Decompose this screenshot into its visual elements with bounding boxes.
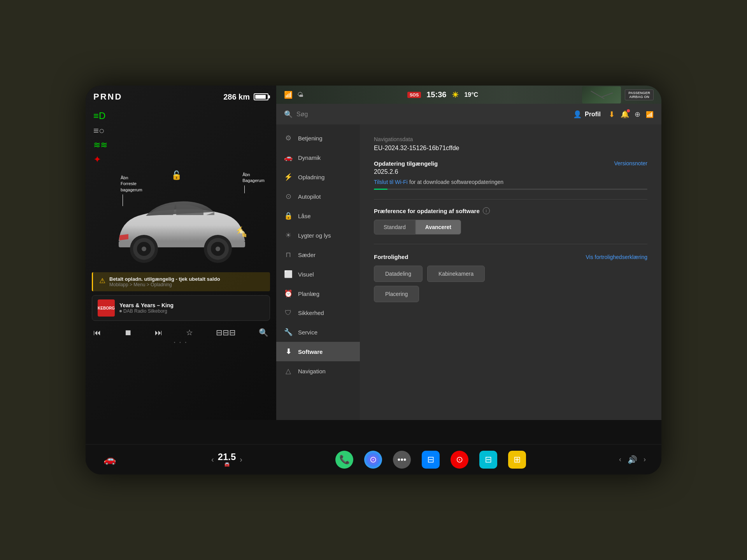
autopilot-label: Autopilot [298,193,321,200]
profile-area: 👤 Profil ⬇ 🔔 ⊕ 📶 [573,110,654,119]
nav-lygter[interactable]: ☀ Lygter og lys [276,226,360,245]
service-label: Service [298,329,317,336]
headlight-icon: ≡D [93,111,268,121]
volume-prev-button[interactable]: ‹ [619,455,621,464]
prnd-display: PRND [93,92,122,102]
nav-data-label: Navigationsdata [374,136,647,142]
left-top-bar: PRND 286 km [86,86,276,108]
opladning-icon: ⚡ [284,173,293,181]
update-header: Opdatering tilgængelig Versionsnoter [374,160,647,167]
planlaeg-label: Planlæg [298,290,319,297]
nav-visuel[interactable]: ⬜ Visuel [276,264,360,284]
wifi-suffix-text: for at downloade softwareopdateringen [409,179,503,185]
dots-app-button[interactable]: ••• [393,451,411,469]
map-bar: 📶 🌤 SOS 15:36 ☀ 19°C [276,86,661,104]
map-overlay: 📶 🌤 SOS 15:36 ☀ 19°C [284,86,654,103]
wifi-message: Tilslut til Wi-Fi for at downloade softw… [374,178,647,186]
wifi-link[interactable]: Tilslut til Wi-Fi [374,179,408,185]
car-svg: ⚡ [107,191,255,268]
map-thumbnail [582,86,621,103]
car-diagram: Åbn Forreste bagagerum 🔓 Åbn Bagagerum [86,167,276,268]
left-panel: PRND 286 km ≡D ≡○ ≋≋ ✦ Åbn Forreste baga… [86,86,276,420]
saeder-label: Sæder [298,252,316,258]
map-left-icons: 📶 🌤 [284,91,303,99]
nav-sikkerhed[interactable]: 🛡 Sikkerhed [276,303,360,322]
main-content: ⚙ Betjening 🚗 Dynamik ⚡ Opladning ⊙ Auto… [276,124,661,420]
navigation-icon: △ [284,367,293,375]
multicolor-app-button[interactable]: ⊙ [364,451,382,469]
teal-app-button[interactable]: ⊟ [479,451,497,469]
kabinekamera-button[interactable]: Kabinekamera [427,266,485,282]
nav-software[interactable]: ⬇ Software [276,342,360,361]
placering-button[interactable]: Placering [374,286,419,302]
temp-decrease-button[interactable]: ‹ [211,455,214,464]
temp-increase-button[interactable]: › [240,455,242,464]
status-icons: ≡D ≡○ ≋≋ ✦ [86,108,276,167]
sikkerhed-label: Sikkerhed [298,310,324,316]
nav-betjening[interactable]: ⚙ Betjening [276,128,360,148]
bluetooth-icon[interactable]: ⊕ [635,110,640,119]
versions-link[interactable]: Versionsnoter [614,160,647,166]
privacy-link[interactable]: Vis fortrolighedserklæring [586,254,647,260]
profile-icon: 👤 [573,110,582,119]
nav-planlaeg[interactable]: ⏰ Planlæg [276,284,360,303]
lygter-label: Lygter og lys [298,232,331,239]
favorite-button[interactable]: ☆ [186,328,193,337]
planlaeg-icon: ⏰ [284,289,293,298]
map-center-info: SOS 15:36 ☀ 19°C [407,90,478,100]
airbag-indicator: PASSENGER AIRBAG ON [625,89,654,100]
phone-button[interactable]: 📞 [335,451,353,469]
nav-dynamik[interactable]: 🚗 Dynamik [276,148,360,167]
stop-button[interactable]: ⏹ [124,328,132,337]
nav-navigation[interactable]: △ Navigation [276,361,360,381]
placering-row: Placering [374,282,647,302]
square-app-button[interactable]: ⊟ [422,451,440,469]
nav-autopilot[interactable]: ⊙ Autopilot [276,187,360,206]
volume-next-button[interactable]: › [644,455,646,464]
notification-icon[interactable]: 🔔 [621,110,629,119]
yellow-app-button[interactable]: ⊞ [508,451,526,469]
download-icon[interactable]: ⬇ [608,110,615,119]
update-section: Opdatering tilgængelig Versionsnoter 202… [374,160,647,190]
map-weather-icon: 🌤 [297,91,303,98]
standard-button[interactable]: Standard [374,220,416,234]
software-icon: ⬇ [284,347,293,356]
nav-service[interactable]: 🔧 Service [276,322,360,342]
bottom-bar: 🚗 ‹ 21.5 🚘 › 📞 ⊙ ••• ⊟ ⊙ ⊟ ⊞ ‹ 🔊 [86,444,661,474]
nav-laase[interactable]: 🔒 Låse [276,206,360,226]
right-panel: 📶 🌤 SOS 15:36 ☀ 19°C [276,86,661,420]
temp-display-area: 21.5 🚘 [218,452,236,467]
avanceret-button[interactable]: Avanceret [416,220,461,234]
seatbelt-icon: ✦ [93,155,268,164]
car-button[interactable]: 🚗 [101,451,118,468]
update-version: 2025.2.6 [374,168,647,175]
media-bar[interactable]: KEBORG Years & Years – King DAB Radio Si… [92,295,270,321]
nav-saeder[interactable]: ⊓ Sæder [276,245,360,264]
saeder-icon: ⊓ [284,250,293,259]
media-subtitle: DAB Radio Silkeborg [119,308,264,314]
next-button[interactable]: ⏭ [155,328,163,337]
sos-badge: SOS [407,92,421,98]
range-value: 286 km [223,93,250,102]
datadeling-button[interactable]: Datadeling [374,266,423,282]
info-icon[interactable]: i [483,207,490,214]
notification-dot [627,109,630,112]
media-thumbnail: KEBORG [98,299,115,317]
search-bar: 🔍 Søg 👤 Profil ⬇ 🔔 ⊕ 📶 [276,104,661,124]
prev-button[interactable]: ⏮ [93,328,101,337]
equalizer-button[interactable]: ⊟⊟⊟ [216,328,236,337]
traction-icon: ≋≋ [93,141,268,149]
battery-icon [254,93,268,100]
preference-header: Præference for opdatering af software i [374,207,647,214]
nav-opladning[interactable]: ⚡ Opladning [276,167,360,187]
search-input-area[interactable]: 🔍 Søg [284,110,573,119]
privacy-buttons: Datadeling Kabinekamera [374,266,647,282]
red-app-button[interactable]: ⊙ [451,451,468,469]
map-wifi-icon: 📶 [284,91,293,99]
profile-button[interactable]: 👤 Profil [573,110,601,119]
temp-outdoor-display: 19°C [464,91,478,98]
range-battery: 286 km [223,93,268,102]
media-dot-icon [119,310,122,312]
search-media-button[interactable]: 🔍 [259,328,268,337]
media-info: Years & Years – King DAB Radio Silkeborg [119,302,264,314]
